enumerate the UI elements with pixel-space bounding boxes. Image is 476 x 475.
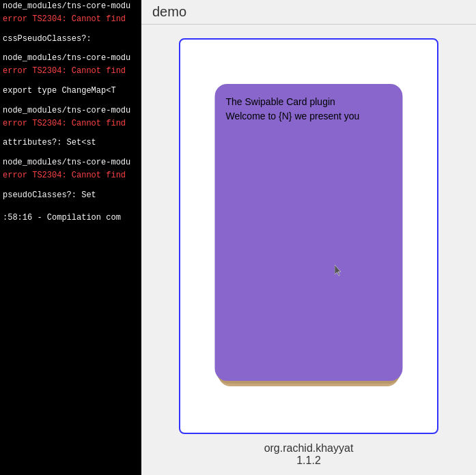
- demo-panel: demo The Swipable Card plugin Welcome to…: [141, 0, 476, 475]
- card-top[interactable]: The Swipable Card plugin Welcome to {N} …: [215, 84, 403, 381]
- terminal-line: node_modules/tns-core-modu: [0, 0, 141, 13]
- card-stack[interactable]: The Swipable Card plugin Welcome to {N} …: [213, 86, 404, 386]
- terminal-spacer: [0, 26, 141, 33]
- terminal-line: node_modules/tns-core-modu: [0, 104, 141, 117]
- terminal-line: error TS2304: Cannot find: [0, 65, 141, 78]
- bottom-info: org.rachid.khayyat 1.1.2: [264, 434, 354, 467]
- terminal-panel: node_modules/tns-core-modu error TS2304:…: [0, 0, 141, 475]
- version-label: 1.1.2: [264, 455, 354, 467]
- card-line2: Welcome to {N} we present you: [226, 109, 392, 124]
- demo-header: demo: [141, 0, 476, 25]
- terminal-spacer: [0, 130, 141, 136]
- page-title: demo: [152, 4, 465, 20]
- terminal-spacer: [0, 149, 141, 156]
- terminal-line: node_modules/tns-core-modu: [0, 52, 141, 65]
- terminal-spacer: [0, 45, 141, 52]
- terminal-line: error TS2304: Cannot find: [0, 169, 141, 182]
- terminal-spacer: [0, 202, 141, 209]
- phone-frame: The Swipable Card plugin Welcome to {N} …: [179, 38, 438, 434]
- terminal-compilation: :58:16 - Compilation com: [0, 212, 141, 225]
- terminal-spacer: [0, 98, 141, 104]
- org-label: org.rachid.khayyat: [264, 442, 354, 455]
- terminal-line: cssPseudoClasses?:: [0, 33, 141, 46]
- terminal-line: export type ChangeMap<T: [0, 85, 141, 98]
- terminal-line: attributes?: Set<st: [0, 136, 141, 149]
- demo-content: The Swipable Card plugin Welcome to {N} …: [141, 25, 476, 475]
- terminal-line: error TS2304: Cannot find: [0, 13, 141, 26]
- card-line1: The Swipable Card plugin: [226, 95, 392, 109]
- terminal-line: node_modules/tns-core-modu: [0, 156, 141, 169]
- terminal-spacer: [0, 78, 141, 85]
- terminal-spacer: [0, 182, 141, 189]
- terminal-line: error TS2304: Cannot find: [0, 117, 141, 130]
- terminal-line: pseudoClasses?: Set: [0, 189, 141, 202]
